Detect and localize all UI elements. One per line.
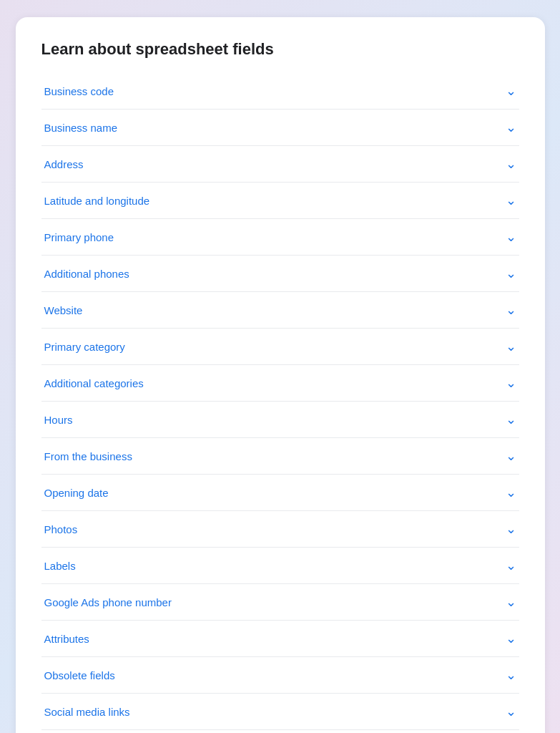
- accordion-item-business-name: Business name⌄: [41, 110, 519, 146]
- chevron-down-icon-attributes: ⌄: [506, 632, 516, 645]
- accordion-item-opening-date: Opening date⌄: [41, 475, 519, 511]
- accordion-item-website: Website⌄: [41, 292, 519, 329]
- accordion-item-google-ads-phone-number: Google Ads phone number⌄: [41, 584, 519, 621]
- accordion-label-google-ads-phone-number: Google Ads phone number: [44, 596, 172, 608]
- accordion-item-hours: Hours⌄: [41, 402, 519, 438]
- accordion-row-additional-categories[interactable]: Additional categories⌄: [41, 365, 519, 401]
- feedback-row: Give feedback about this article: [41, 730, 519, 733]
- accordion-label-photos: Photos: [44, 523, 78, 535]
- accordion-row-social-media-links[interactable]: Social media links⌄: [41, 694, 519, 729]
- chevron-down-icon-opening-date: ⌄: [506, 486, 516, 499]
- accordion-item-obsolete-fields: Obsolete fields⌄: [41, 657, 519, 694]
- chevron-down-icon-hours: ⌄: [506, 413, 516, 426]
- accordion-item-primary-category: Primary category⌄: [41, 329, 519, 365]
- accordion-label-business-code: Business code: [44, 85, 114, 97]
- accordion-item-social-media-links: Social media links⌄: [41, 694, 519, 730]
- chevron-down-icon-primary-category: ⌄: [506, 340, 516, 353]
- accordion-item-address: Address⌄: [41, 146, 519, 183]
- chevron-down-icon-from-the-business: ⌄: [506, 450, 516, 462]
- chevron-down-icon-additional-phones: ⌄: [506, 267, 516, 280]
- accordion-label-opening-date: Opening date: [44, 487, 109, 499]
- accordion-row-primary-category[interactable]: Primary category⌄: [41, 329, 519, 364]
- accordion-item-additional-phones: Additional phones⌄: [41, 256, 519, 292]
- chevron-down-icon-business-code: ⌄: [506, 84, 516, 97]
- accordion-row-opening-date[interactable]: Opening date⌄: [41, 475, 519, 510]
- chevron-down-icon-google-ads-phone-number: ⌄: [506, 596, 516, 608]
- chevron-down-icon-social-media-links: ⌄: [506, 705, 516, 718]
- accordion-label-labels: Labels: [44, 560, 76, 572]
- chevron-down-icon-business-name: ⌄: [506, 121, 516, 134]
- accordion-label-primary-category: Primary category: [44, 341, 125, 353]
- accordion-row-business-code[interactable]: Business code⌄: [41, 73, 519, 109]
- accordion-label-social-media-links: Social media links: [44, 706, 130, 718]
- accordion-row-labels[interactable]: Labels⌄: [41, 548, 519, 583]
- accordion-item-photos: Photos⌄: [41, 511, 519, 548]
- accordion-row-website[interactable]: Website⌄: [41, 292, 519, 328]
- page-title: Learn about spreadsheet fields: [41, 40, 519, 59]
- accordion-label-additional-phones: Additional phones: [44, 268, 129, 280]
- accordion-item-labels: Labels⌄: [41, 548, 519, 584]
- accordion-row-google-ads-phone-number[interactable]: Google Ads phone number⌄: [41, 584, 519, 620]
- chevron-down-icon-additional-categories: ⌄: [506, 377, 516, 389]
- accordion-label-attributes: Attributes: [44, 633, 89, 645]
- accordion-item-from-the-business: From the business⌄: [41, 438, 519, 475]
- chevron-down-icon-website: ⌄: [506, 304, 516, 316]
- chevron-down-icon-obsolete-fields: ⌄: [506, 669, 516, 681]
- accordion-row-business-name[interactable]: Business name⌄: [41, 110, 519, 145]
- accordion-row-from-the-business[interactable]: From the business⌄: [41, 438, 519, 474]
- accordion-label-additional-categories: Additional categories: [44, 377, 144, 389]
- accordion-item-attributes: Attributes⌄: [41, 621, 519, 657]
- chevron-down-icon-labels: ⌄: [506, 559, 516, 572]
- accordion-row-additional-phones[interactable]: Additional phones⌄: [41, 256, 519, 291]
- accordion-label-from-the-business: From the business: [44, 450, 132, 462]
- chevron-down-icon-photos: ⌄: [506, 523, 516, 535]
- accordion-item-additional-categories: Additional categories⌄: [41, 365, 519, 402]
- accordion-label-business-name: Business name: [44, 122, 118, 134]
- accordion-label-primary-phone: Primary phone: [44, 231, 114, 243]
- accordion-item-business-code: Business code⌄: [41, 73, 519, 110]
- chevron-down-icon-address: ⌄: [506, 157, 516, 170]
- accordion-item-primary-phone: Primary phone⌄: [41, 219, 519, 256]
- main-card: Learn about spreadsheet fields Business …: [16, 17, 545, 733]
- accordion-item-latitude-longitude: Latitude and longitude⌄: [41, 183, 519, 219]
- accordion-label-website: Website: [44, 304, 83, 316]
- accordion-label-obsolete-fields: Obsolete fields: [44, 669, 115, 681]
- accordion-row-attributes[interactable]: Attributes⌄: [41, 621, 519, 656]
- accordion-label-hours: Hours: [44, 414, 73, 426]
- accordion-row-primary-phone[interactable]: Primary phone⌄: [41, 219, 519, 255]
- chevron-down-icon-latitude-longitude: ⌄: [506, 194, 516, 207]
- accordion-label-latitude-longitude: Latitude and longitude: [44, 195, 150, 207]
- accordion-label-address: Address: [44, 158, 84, 170]
- accordion-row-address[interactable]: Address⌄: [41, 146, 519, 182]
- chevron-down-icon-primary-phone: ⌄: [506, 230, 516, 243]
- accordion-container: Business code⌄Business name⌄Address⌄Lati…: [41, 73, 519, 730]
- accordion-row-photos[interactable]: Photos⌄: [41, 511, 519, 547]
- accordion-row-hours[interactable]: Hours⌄: [41, 402, 519, 437]
- accordion-row-obsolete-fields[interactable]: Obsolete fields⌄: [41, 657, 519, 693]
- accordion-row-latitude-longitude[interactable]: Latitude and longitude⌄: [41, 183, 519, 218]
